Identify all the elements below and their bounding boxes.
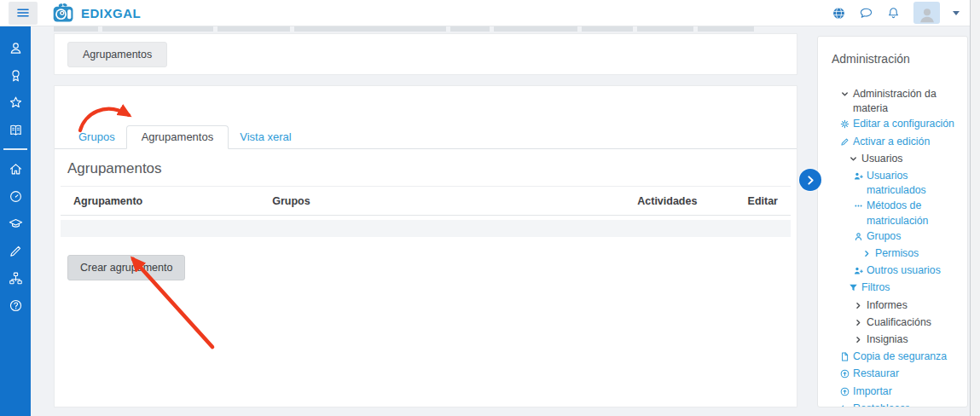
cut-off-button [217,26,290,32]
tree-icon-wrap [854,300,867,315]
admin-item-importar[interactable]: Importar [832,384,960,401]
brand-logo[interactable]: EDIXGAL [52,3,141,23]
tree-icon-wrap [854,200,867,215]
sidebar-item-home[interactable] [0,155,31,182]
page-scrollbar[interactable] [970,0,980,416]
top-header: EDIXGAL [0,0,970,26]
admin-item-label: Filtros [861,280,960,295]
sidebar-item-dashboard[interactable] [0,182,31,210]
cut-off-button [102,26,213,32]
sitemap-icon [9,271,23,286]
home-icon [9,162,23,176]
filter-icon [849,283,858,292]
tree-icon-wrap [840,89,853,103]
cut-off-button [54,26,98,32]
chevron-right-icon [854,318,863,327]
cut-off-button [637,26,693,32]
arrow-up-circle-icon [840,369,850,378]
admin-item-label: Outros usuarios [867,263,960,278]
tree-icon-wrap [854,231,867,246]
admin-item-label: Restaurar [853,367,960,381]
tree-icon-wrap [854,265,867,280]
agrupamentos-button[interactable]: Agrupamentos [67,42,167,67]
sidebar-item-courses[interactable] [0,210,31,237]
groups-card: GruposAgrupamentosVista xeral Agrupament… [54,85,797,407]
cut-off-button [294,26,446,32]
edixgal-owl-icon [52,3,75,23]
column-header-agrupamento: Agrupamento [61,195,272,207]
sidebar-item-grades[interactable] [0,116,31,143]
chevron-right-icon [862,249,872,258]
create-grouping-button[interactable]: Crear agrupamento [67,255,185,280]
pencil-icon [840,137,850,147]
sidebar-item-participants[interactable] [0,34,31,61]
admin-item-copia-de-seguranza[interactable]: Copia de seguranza [832,350,960,366]
administration-tree: Administración da materiaEditar a config… [832,87,960,407]
admin-item-outros-usuarios[interactable]: Outros usuarios [832,263,960,280]
admin-item-usuarios-matriculados[interactable]: Usuarios matriculados [832,169,960,198]
admin-item-label: Activar a edición [853,135,960,149]
admin-item-usuarios[interactable]: Usuarios [832,152,960,168]
notifications-icon[interactable] [886,6,901,20]
language-icon[interactable] [832,6,846,20]
ellipsis-icon [854,201,863,211]
administration-block: Administración Administración da materia… [817,36,968,407]
admin-item-grupos[interactable]: Grupos [832,229,960,246]
tree-icon-wrap [840,368,853,383]
avatar[interactable] [913,2,940,24]
administration-title: Administración [832,52,960,66]
tab-grupos[interactable]: Grupos [67,127,126,148]
sidebar-item-help[interactable] [0,292,31,319]
sidebar-item-badges[interactable] [0,61,31,89]
column-header-actividades: Actividades [637,195,725,207]
edit-icon [9,244,23,258]
scrolled-buttons-row [54,26,797,32]
tree-icon-wrap [862,248,875,263]
messages-icon[interactable] [859,6,873,20]
tab-vista-xeral[interactable]: Vista xeral [229,127,302,148]
empty-table-row [61,220,791,237]
cut-off-button [582,26,633,32]
chevron-right-icon [805,175,816,186]
chevron-down-icon[interactable] [953,11,960,15]
admin-item-permisos[interactable]: Permisos [832,246,960,263]
tree-icon-wrap [854,334,867,349]
tree-icon-wrap [854,317,867,332]
open-drawer-button[interactable] [799,169,821,191]
tree-icon-wrap [840,351,853,366]
sidebar-item-sitemap[interactable] [0,264,31,292]
tab-bar: GruposAgrupamentosVista xeral [55,128,797,149]
sidebar-item-edit[interactable] [0,237,31,264]
menu-toggle-button[interactable] [9,2,38,25]
left-icon-sidebar [0,26,31,416]
sidebar-divider [3,148,27,150]
admin-item-label: Importar [853,384,960,399]
admin-item-editar-a-configuracion[interactable]: Editar a configuración [832,117,960,133]
admin-item-filtros[interactable]: Filtros [832,280,960,297]
admin-item-administracion-da-materia[interactable]: Administración da materia [832,87,960,116]
admin-item-label: Grupos [867,229,960,244]
groupings-table: AgrupamentoGruposActividadesEditar [61,187,791,237]
admin-item-label: Copia de seguranza [853,350,960,364]
admin-item-metodos-de-matriculacion[interactable]: Métodos de matriculación [832,199,960,228]
file-icon [840,352,850,361]
sidebar-item-competencies[interactable] [0,89,31,116]
admin-item-insignias[interactable]: Insignias [832,332,960,349]
column-header-editar: Editar [725,195,791,207]
admin-item-restaurar[interactable]: Restaurar [832,367,960,383]
cut-off-button [450,26,490,32]
cut-off-button [494,26,577,32]
chevron-right-icon [854,301,863,310]
tree-icon-wrap [849,153,861,168]
table-header-row: AgrupamentoGruposActividadesEditar [61,187,791,216]
admin-item-label: Métodos de matriculación [867,199,960,228]
admin-item-label: Administración da materia [853,87,960,116]
admin-item-label: Permisos [875,246,960,261]
admin-item-informes[interactable]: Informes [832,298,960,315]
admin-item-activar-a-edicion[interactable]: Activar a edición [832,135,960,151]
tab-agrupamentos[interactable]: Agrupamentos [126,125,229,149]
column-header-grupos: Grupos [272,195,637,207]
admin-item-cualificacions[interactable]: Cualificacións [832,315,960,332]
admin-item-label: Informes [867,298,960,313]
admin-item-restablecer[interactable]: Restablecer [832,402,960,407]
